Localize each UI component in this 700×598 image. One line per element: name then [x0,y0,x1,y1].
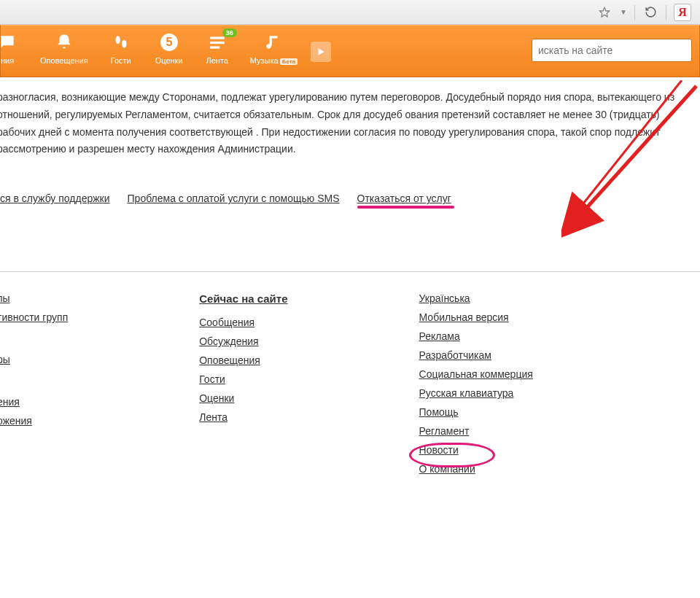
footer-link-about[interactable]: О компании [419,463,533,475]
svg-marker-0 [599,7,609,17]
svg-point-1 [115,36,120,44]
footer-link-messages[interactable]: Сообщения [199,317,287,328]
nav-item-feed[interactable]: 36 Лента [193,31,241,65]
regulation-paragraph: разногласия, возникающие между Сторонами… [0,77,700,158]
footer: пы тивности групп ры ения ожения Сейчас … [0,292,700,475]
footer-link-regulations[interactable]: Регламент [419,425,533,437]
svg-marker-8 [319,48,324,55]
nav-item-messages[interactable]: ния [0,31,31,65]
footer-link-discussions[interactable]: Обсуждения [199,335,287,347]
toolbar-separator [634,5,635,20]
footer-link-ads[interactable]: Реклама [419,330,533,342]
footer-link-keyboard[interactable]: Русская клавиатура [419,387,533,399]
footer-left-fragments: пы тивности групп ры ения ожения [0,292,68,475]
nav-badge: 36 [222,28,237,37]
nav-label: Лента [206,56,228,65]
support-links-row: ся в службу поддержки Проблема с оплатой… [0,192,700,213]
footer-link-fragment[interactable]: пы [0,292,68,304]
reload-icon[interactable] [642,4,658,20]
footer-link-fragment[interactable]: тивности групп [0,311,68,323]
footer-link-feed[interactable]: Лента [199,411,287,423]
footer-link-fragment[interactable]: ожения [0,415,68,427]
footer-heading: Сейчас на сайте [199,292,287,305]
toolbar-separator [666,5,666,20]
footer-link-fragment[interactable]: ения [0,396,68,408]
footer-link-developers[interactable]: Разработчикам [419,349,533,361]
nav-item-guests[interactable]: Гости [97,31,145,65]
svg-rect-7 [210,46,219,48]
footer-link-news[interactable]: Новости [419,444,533,456]
bell-icon [53,31,75,53]
svg-point-2 [122,40,127,48]
sms-problem-link[interactable]: Проблема с оплатой услуги с помощью SMS [128,193,340,204]
nav-item-notifications[interactable]: Оповещения [31,31,97,65]
nav-label: МузыкаБета [250,56,298,65]
search-input[interactable] [532,39,692,62]
nav-label: Гости [111,56,131,65]
music-icon [262,31,284,53]
contact-support-link[interactable]: ся в службу поддержки [0,193,110,204]
footer-col-right: Українська Мобильная версия Реклама Разр… [419,292,533,475]
nav-label: ния [1,56,14,65]
star-icon[interactable] [596,4,612,20]
messages-icon [0,31,18,53]
five-icon: 5 [158,31,180,53]
svg-rect-5 [210,36,225,39]
footer-link-notifications[interactable]: Оповещения [199,354,287,366]
refuse-services-link[interactable]: Отказаться от услуг [357,193,451,204]
dropdown-caret-icon[interactable]: ▼ [620,8,627,16]
top-navigation: ния Оповещения Гости 5 Оценки [0,25,700,77]
footer-link-social-commerce[interactable]: Социальная коммерция [419,368,533,380]
nav-item-marks[interactable]: 5 Оценки [145,31,193,65]
nav-label: Оповещения [40,56,88,65]
footer-link-mobile[interactable]: Мобильная версия [419,311,533,323]
play-button[interactable] [311,42,331,62]
yandex-icon[interactable]: Я [674,4,691,21]
browser-toolbar: ▼ Я [0,0,700,25]
footer-divider [0,271,700,272]
footer-link-help[interactable]: Помощь [419,406,533,418]
footprints-icon [110,31,132,53]
svg-text:5: 5 [166,35,172,48]
footer-link-ukrainian[interactable]: Українська [419,292,533,304]
footer-link-marks[interactable]: Оценки [199,392,287,404]
nav-item-music[interactable]: МузыкаБета [241,31,306,65]
footer-col-now-on-site: Сейчас на сайте Сообщения Обсуждения Опо… [199,292,287,475]
footer-link-guests[interactable]: Гости [199,373,287,385]
footer-link-fragment[interactable]: ры [0,354,68,365]
nav-label: Оценки [155,56,183,65]
svg-rect-6 [210,42,225,44]
